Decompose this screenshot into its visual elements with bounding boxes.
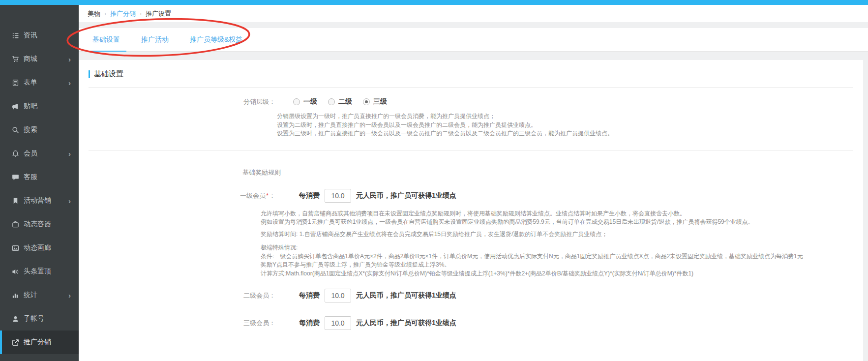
label-text: 三级会员 <box>243 319 269 327</box>
sidebar-item-promotion-distribution[interactable]: 推广分销 <box>0 331 79 354</box>
description-paragraph: 极端特殊情况: 条件:一级会员购买订单包含商品1单价A元×2件，商品2单价B元×… <box>261 243 853 278</box>
sidebar-item-members[interactable]: 会员 › <box>0 142 79 165</box>
label-colon: ： <box>269 192 275 199</box>
description-line: 设置为二级时，推广员直接推广的一级会员以及一级会员推广的二级会员，能为推广员提供… <box>277 121 853 130</box>
chevron-right-icon: › <box>68 79 71 87</box>
chevron-right-icon: › <box>68 56 71 63</box>
sidebar-item-label: 动态容器 <box>24 220 51 229</box>
tab-label: 推广活动 <box>141 35 169 44</box>
breadcrumb-home[interactable]: 美物 <box>88 9 100 18</box>
list-icon <box>12 32 19 39</box>
consume-suffix: 元人民币，推广员可获得1业绩点 <box>356 191 456 200</box>
speaker-icon <box>12 268 19 275</box>
top-accent-bar <box>0 0 868 5</box>
sidebar-item-forms[interactable]: 表单 › <box>0 71 79 94</box>
tab-promoter-level-rights[interactable]: 推广员等级&权益 <box>183 28 249 51</box>
level3-member-row: 三级会员： 每消费 元人民币，推广员可获得1业绩点 <box>89 316 853 330</box>
divider <box>89 150 853 150</box>
tab-basic-settings[interactable]: 基础设置 <box>86 28 126 51</box>
sidebar-item-dynamic-container[interactable]: 动态容器 <box>0 212 79 236</box>
radio-circle-icon[interactable] <box>363 98 370 105</box>
sidebar-item-marketing[interactable]: 活动营销 › <box>0 189 79 212</box>
level1-amount-input[interactable] <box>325 189 351 203</box>
user-icon <box>12 315 19 323</box>
distribution-level-label: 分销层级： <box>89 97 275 106</box>
consume-suffix: 元人民币，推广员可获得1业绩点 <box>356 319 456 328</box>
sidebar-item-tieba[interactable]: 贴吧 <box>0 94 79 118</box>
level2-member-label: 二级会员： <box>89 291 275 300</box>
level1-member-label: 一级会员*： <box>89 191 275 200</box>
distribution-level-radio-group: 一级 二级 三级 <box>293 97 398 106</box>
level3-amount-input[interactable] <box>325 316 351 330</box>
sidebar-item-news[interactable]: 资讯 <box>0 24 79 47</box>
chevron-right-icon: › <box>68 197 71 205</box>
level1-member-control: 每消费 元人民币，推广员可获得1业绩点 <box>299 189 456 203</box>
label-colon: ： <box>269 292 275 299</box>
radio-circle-icon[interactable] <box>328 98 335 105</box>
level1-member-row: 一级会员*： 每消费 元人民币，推广员可获得1业绩点 <box>89 189 853 203</box>
bar-chart-icon <box>12 292 19 299</box>
description-paragraph: 奖励结算时间: 1.自营店铺商品交易产生业绩点将在会员完成交易后15日奖励给推广… <box>261 230 853 239</box>
megaphone-icon <box>12 103 19 110</box>
description-line: 计算方式:Math.floor(商品1固定业绩点X*(实际支付N/订单总价M)*… <box>261 270 853 278</box>
sidebar-item-support[interactable]: 客服 <box>0 165 79 189</box>
radio-level-2[interactable]: 二级 <box>328 97 352 106</box>
chevron-right-icon: › <box>68 292 71 299</box>
gallery-icon <box>12 244 19 252</box>
tab-label: 基础设置 <box>92 35 120 44</box>
consume-suffix: 元人民币，推广员可获得1业绩点 <box>356 291 456 300</box>
description-line: 条件:一级会员购买订单包含商品1单价A元×2件，商品2单价B元×1件，订单总价M… <box>261 252 853 261</box>
breadcrumb-current: 推广设置 <box>146 9 171 18</box>
label-colon: ： <box>269 319 275 327</box>
breadcrumb-link-promotion[interactable]: 推广分销 <box>110 9 136 18</box>
distribution-level-description: 分销层级设置为一级时，推广员直接推广的一级会员消费，能为推广员提供业绩点； 设置… <box>277 112 853 138</box>
radio-level-1[interactable]: 一级 <box>293 97 317 106</box>
description-line: 极端特殊情况: <box>261 243 853 252</box>
container-icon <box>12 221 19 228</box>
sidebar-item-label: 搜索 <box>24 125 37 134</box>
sidebar-item-mall[interactable]: 商城 › <box>0 47 79 71</box>
description-line: 分销层级设置为一级时，推广员直接推广的一级会员消费，能为推广员提供业绩点； <box>277 112 853 121</box>
level2-member-row: 二级会员： 每消费 元人民币，推广员可获得1业绩点 <box>89 289 853 302</box>
sidebar-item-search[interactable]: 搜索 <box>0 118 79 142</box>
radio-circle-icon[interactable] <box>293 98 300 105</box>
label-text: 二级会员 <box>243 292 269 299</box>
level3-member-label: 三级会员： <box>89 319 275 328</box>
tab-promotion-activity[interactable]: 推广活动 <box>135 28 175 51</box>
bell-icon <box>12 150 19 157</box>
sidebar-item-label: 动态画廊 <box>24 243 51 252</box>
sidebar-item-label: 活动营销 <box>24 196 51 205</box>
tab-bar: 基础设置 推广活动 推广员等级&权益 <box>79 28 868 52</box>
radio-label: 二级 <box>338 97 352 106</box>
description-line: 奖励Y点且不参与推广员等级上浮，推广员为铂金等级业绩提成上浮3%。 <box>261 261 853 270</box>
sidebar-item-label: 客服 <box>24 173 37 181</box>
description-line: 例如设置为每消费1元推广员可获的1业绩点，一级会员在自营店铺购买未设置固定业绩点… <box>261 218 853 227</box>
breadcrumb: 美物 › 推广分销 › 推广设置 <box>79 5 868 22</box>
share-export-icon <box>12 339 19 346</box>
sidebar-item-headline-top[interactable]: 头条置顶 <box>0 260 79 283</box>
required-asterisk: * <box>266 192 269 199</box>
breadcrumb-separator: › <box>104 10 106 17</box>
section-accent-bar <box>89 70 90 78</box>
form-icon <box>12 79 19 87</box>
description-line: 允许填写小数，自营店铺商品或其他消费项目在未设置固定业绩点奖励规则时，将使用基础… <box>261 210 853 218</box>
sidebar-item-label: 统计 <box>24 291 37 300</box>
sidebar-item-sub-accounts[interactable]: 子帐号 <box>0 307 79 331</box>
sidebar-item-label: 商城 <box>24 55 37 63</box>
description-line: 设置为三级时，推广员直接推广的一级会员以及一级会员推广的二级会员以及二级会员推广… <box>277 129 853 138</box>
sidebar-item-label: 推广分销 <box>24 338 51 347</box>
radio-label: 三级 <box>373 97 387 106</box>
consume-prefix: 每消费 <box>299 319 320 328</box>
sidebar-item-statistics[interactable]: 统计 › <box>0 283 79 307</box>
chat-bubble-icon <box>12 174 19 181</box>
level2-amount-input[interactable] <box>325 289 351 302</box>
settings-card: 基础设置 分销层级： 一级 二级 三级 分销层级设置为一级时 <box>79 60 863 361</box>
sidebar-item-label: 资讯 <box>24 31 37 40</box>
sidebar-item-dynamic-gallery[interactable]: 动态画廊 <box>0 236 79 260</box>
chevron-right-icon: › <box>68 150 71 157</box>
description-line: 奖励结算时间: 1.自营店铺商品交易产生业绩点将在会员完成交易后15日奖励给推广… <box>261 230 853 239</box>
main-content: 美物 › 推广分销 › 推广设置 基础设置 推广活动 推广员等级&权益 基础设置… <box>79 5 868 361</box>
search-icon <box>12 126 19 134</box>
radio-level-3-selected[interactable]: 三级 <box>363 97 387 106</box>
sidebar-item-label: 子帐号 <box>24 314 44 323</box>
